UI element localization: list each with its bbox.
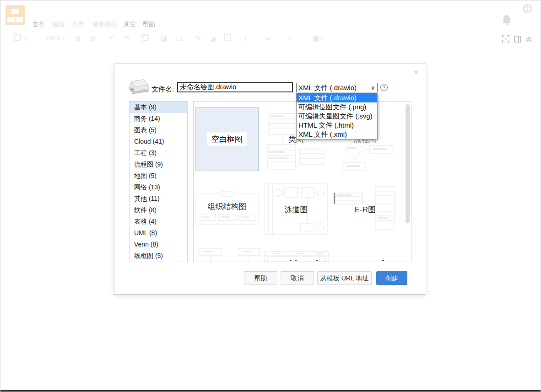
help-icon[interactable]: ? bbox=[380, 84, 388, 91]
template-org-chart[interactable]: 组织结构图 bbox=[195, 183, 259, 236]
category-flowcharts[interactable]: 流程图 (9) bbox=[130, 159, 187, 170]
dialog-footer: 帮助 取消 从模板 URL 地址 创建 bbox=[114, 266, 427, 294]
fullscreen-icon[interactable] bbox=[502, 35, 509, 44]
category-cloud[interactable]: Cloud (41) bbox=[130, 136, 187, 147]
menu-file[interactable]: 文件 bbox=[32, 21, 45, 29]
app-window: 文件 编辑 查看 调整图形 其它 帮助 ▾ 100% ▾ ⊕ ⊖ ↶ ↷ ◪ ❏… bbox=[0, 0, 541, 392]
help-button[interactable]: 帮助 bbox=[244, 271, 277, 285]
format-select-value: XML 文件 (.drawio) bbox=[298, 84, 357, 91]
fill-color-icon: ◪ bbox=[161, 34, 167, 43]
collapse-toolbar-icon[interactable] bbox=[525, 36, 532, 44]
hard-drive-icon bbox=[128, 78, 149, 98]
category-venn[interactable]: Venn (8) bbox=[130, 239, 187, 250]
window-bottom-edge bbox=[0, 390, 541, 392]
format-option-xml[interactable]: XML 文件 (.xml) bbox=[297, 130, 377, 139]
category-software[interactable]: 软件 (8) bbox=[130, 204, 187, 216]
shape-icon bbox=[224, 34, 231, 41]
category-uml[interactable]: UML (8) bbox=[130, 227, 187, 239]
category-tables[interactable]: 表格 (4) bbox=[130, 216, 187, 227]
connection-style-icon: ↝ bbox=[264, 34, 270, 43]
format-option-png[interactable]: 可编辑位图文件 (.png) bbox=[297, 102, 377, 112]
format-select[interactable]: XML 文件 (.drawio) ∨ bbox=[296, 83, 378, 92]
table-icon: ▦ bbox=[313, 34, 319, 43]
menu-arrange: 调整图形 bbox=[92, 21, 118, 29]
category-engineering[interactable]: 工程 (3) bbox=[130, 147, 187, 159]
insert-icon: + bbox=[288, 34, 292, 42]
shadow-icon: ❏ bbox=[176, 34, 182, 43]
format-dropdown-list: XML 文件 (.drawio) 可编辑位图文件 (.png) 可编辑失量图文件… bbox=[296, 93, 378, 140]
zoom-dropdown-caret-icon: ▾ bbox=[63, 37, 65, 42]
category-list: 基本 (9) 商务 (14) 图表 (5) Cloud (41) 工程 (3) … bbox=[129, 101, 188, 262]
template-row-partial bbox=[194, 247, 411, 262]
from-template-url-button[interactable]: 从模板 URL 地址 bbox=[317, 271, 372, 285]
share-globe-icon[interactable] bbox=[522, 3, 533, 16]
template-swimlane[interactable]: 泳道图 bbox=[265, 183, 328, 236]
category-maps[interactable]: 地图 (5) bbox=[130, 170, 187, 182]
category-business[interactable]: 商务 (14) bbox=[130, 113, 187, 124]
cancel-button[interactable]: 取消 bbox=[281, 271, 314, 285]
template-label: E-R图 bbox=[355, 204, 376, 215]
format-option-html[interactable]: HTML 文件 (.html) bbox=[297, 121, 377, 130]
category-other[interactable]: 其他 (11) bbox=[130, 193, 187, 204]
table-caret-icon: ▾ bbox=[321, 37, 323, 42]
divider: | bbox=[244, 34, 246, 42]
template-label: 空白框图 bbox=[207, 133, 247, 146]
fill-style-icon: ◢ bbox=[210, 34, 216, 43]
menu-view: 查看 bbox=[71, 21, 84, 29]
right-toolbar-icons bbox=[502, 35, 532, 44]
format-panel-icon[interactable] bbox=[514, 36, 521, 44]
page-dropdown-caret-icon: ▾ bbox=[24, 37, 27, 42]
line-color-icon: ✎ bbox=[195, 34, 201, 43]
menu-help[interactable]: 帮助 bbox=[142, 21, 155, 29]
zoom-out-icon: ⊖ bbox=[90, 34, 96, 43]
template-scrollbar[interactable] bbox=[406, 104, 410, 223]
template-label: 泳道图 bbox=[285, 204, 308, 215]
drawio-logo bbox=[5, 5, 25, 25]
template-er-diagram[interactable]: E-R图 bbox=[334, 183, 397, 236]
chevron-down-icon: ∨ bbox=[371, 84, 375, 92]
close-icon[interactable]: × bbox=[412, 69, 420, 77]
delete-icon bbox=[142, 34, 149, 41]
format-option-drawio[interactable]: XML 文件 (.drawio) bbox=[297, 93, 377, 102]
category-wireframes[interactable]: 线框图 (5) bbox=[130, 250, 187, 262]
template-blank-diagram[interactable]: 空白框图 bbox=[195, 107, 259, 171]
create-file-dialog: × 文件名: XML 文件 (.drawio) ∨ ? XML 文件 (.dra… bbox=[114, 64, 426, 295]
toolbar: ▾ 100% ▾ ⊕ ⊖ ↶ ↷ ◪ ❏ ✎ ◢ | ↝ + ▦ ▾ bbox=[13, 34, 508, 44]
undo-icon: ↶ bbox=[108, 34, 114, 43]
notification-bell-icon[interactable] bbox=[501, 14, 512, 28]
filename-input[interactable] bbox=[177, 82, 293, 92]
diagram-page-icon bbox=[14, 34, 21, 41]
category-charts[interactable]: 图表 (5) bbox=[130, 124, 187, 136]
zoom-in-icon: ⊕ bbox=[75, 34, 81, 43]
category-basic[interactable]: 基本 (9) bbox=[130, 102, 187, 113]
template-label: 组织结构图 bbox=[208, 201, 247, 211]
format-option-svg[interactable]: 可编辑失量图文件 (.svg) bbox=[297, 112, 377, 121]
zoom-level-dropdown: 100% bbox=[45, 34, 60, 41]
menu-extras[interactable]: 其它 bbox=[123, 21, 136, 29]
redo-icon: ↷ bbox=[124, 34, 130, 43]
menu-edit: 编辑 bbox=[52, 21, 65, 29]
filename-label: 文件名: bbox=[151, 85, 174, 94]
create-button[interactable]: 创建 bbox=[376, 271, 407, 285]
category-network[interactable]: 网络 (13) bbox=[130, 182, 187, 193]
